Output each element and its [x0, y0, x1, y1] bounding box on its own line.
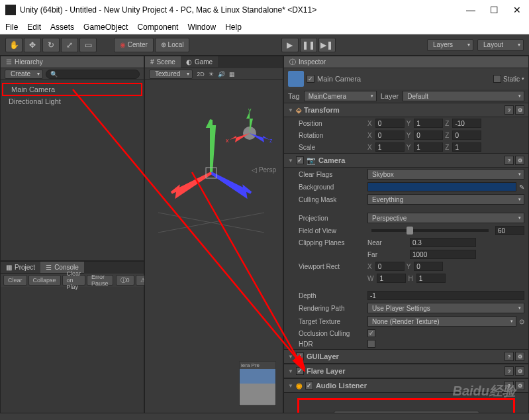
clear-flags-dropdown[interactable]: Skybox [367, 169, 524, 180]
scene-view[interactable]: y z x ◁ Persp iera Pre [145, 80, 283, 413]
guilayer-enable-checkbox[interactable] [296, 352, 304, 360]
guilayer-header[interactable]: ▼GUILayer?⚙ [284, 349, 528, 364]
help-icon[interactable]: ? [505, 105, 514, 115]
pause-button[interactable]: ❚❚ [300, 38, 317, 52]
help-icon[interactable]: ? [505, 366, 514, 376]
projection-dropdown[interactable]: Perspective [367, 213, 524, 223]
audiolistener-enable-checkbox[interactable] [305, 382, 313, 390]
rot-z-field[interactable] [452, 131, 481, 140]
scale-y-field[interactable] [414, 142, 443, 152]
fx-toggle-icon[interactable]: ▦ [229, 71, 235, 78]
scale-z-field[interactable] [452, 142, 481, 152]
project-tab[interactable]: ▦ Project [1, 262, 40, 274]
scale-tool-button[interactable]: ⤢ [61, 38, 78, 52]
background-color-field[interactable] [367, 182, 516, 191]
menu-window[interactable]: Window [187, 23, 216, 32]
shading-dropdown[interactable]: Textured [149, 70, 193, 79]
target-texture-field[interactable]: None (Render Texture) [367, 316, 516, 327]
svg-marker-4 [171, 173, 211, 196]
culling-mask-dropdown[interactable]: Everything [367, 194, 524, 205]
menu-help[interactable]: Help [225, 23, 242, 32]
layout-dropdown[interactable]: Layout [477, 39, 524, 51]
camera-enable-checkbox[interactable] [296, 156, 304, 164]
flarelayer-header[interactable]: ▼Flare Layer?⚙ [284, 364, 528, 378]
rotate-tool-button[interactable]: ↻ [42, 38, 60, 52]
gear-icon[interactable]: ⚙ [515, 352, 524, 361]
rot-x-field[interactable] [375, 131, 405, 140]
rot-y-field[interactable] [414, 131, 443, 140]
console-info-count[interactable]: ⓘ 0 [116, 275, 134, 286]
rect-tool-button[interactable]: ▭ [79, 38, 97, 52]
svg-text:x: x [226, 137, 229, 144]
step-button[interactable]: ▶❚ [318, 38, 336, 52]
layer-dropdown[interactable]: Default [403, 91, 524, 101]
minimize-button[interactable]: — [464, 3, 477, 17]
fov-field[interactable] [495, 226, 524, 235]
menu-gameobject[interactable]: GameObject [83, 23, 128, 32]
transform-header[interactable]: ▼ ⬙ Transform ?⚙ [284, 103, 528, 117]
gear-icon[interactable]: ⚙ [515, 366, 524, 376]
menu-component[interactable]: Component [137, 23, 178, 32]
audio-toggle-icon[interactable]: 🔊 [218, 71, 225, 78]
pivot-center-button[interactable]: ◉ Center [114, 38, 154, 52]
gameobject-name[interactable]: Main Camera [317, 75, 361, 83]
console-clear-button[interactable]: Clear [3, 275, 27, 286]
pos-x-field[interactable] [375, 119, 405, 128]
hand-tool-button[interactable]: ✋ [5, 38, 23, 52]
render-path-dropdown[interactable]: Use Player Settings [367, 303, 524, 313]
near-field[interactable] [410, 238, 476, 247]
hierarchy-item-directional-light[interactable]: Directional Light [1, 96, 144, 107]
tag-label: Tag [288, 92, 300, 100]
tag-dropdown[interactable]: MainCamera [304, 91, 377, 101]
console-error-pause-button[interactable]: Error Pause [87, 275, 113, 286]
gear-icon[interactable]: ⚙ [515, 105, 524, 115]
game-tab[interactable]: ◐ Game [181, 56, 218, 68]
fov-slider[interactable] [371, 229, 489, 232]
help-icon[interactable]: ? [505, 156, 514, 165]
hierarchy-item-main-camera[interactable]: Main Camera [2, 83, 142, 96]
depth-field[interactable] [367, 291, 524, 300]
menu-assets[interactable]: Assets [50, 23, 74, 32]
console-clear-on-play-button[interactable]: Clear on Play [62, 275, 86, 286]
viewport-y-field[interactable] [414, 262, 443, 271]
inspector-tab[interactable]: ⓘ Inspector [284, 56, 528, 68]
console-collapse-button[interactable]: Collapse [28, 275, 61, 286]
add-component-button[interactable]: Add Component [334, 411, 479, 413]
pos-y-field[interactable] [414, 119, 443, 128]
toolbar: ✋ ✥ ↻ ⤢ ▭ ◉ Center ⊕ Local ▶ ❚❚ ▶❚ Layer… [0, 34, 529, 56]
close-button[interactable]: ✕ [510, 3, 524, 17]
gameobject-icon[interactable] [288, 71, 304, 87]
hierarchy-search-input[interactable]: 🔍 [46, 70, 140, 79]
viewport-h-field[interactable] [416, 274, 446, 283]
layers-dropdown[interactable]: Layers [427, 39, 473, 51]
viewport-w-field[interactable] [377, 274, 406, 283]
active-checkbox[interactable] [307, 75, 314, 83]
move-tool-button[interactable]: ✥ [24, 38, 41, 52]
help-icon[interactable]: ? [505, 352, 514, 361]
occlusion-checkbox[interactable] [367, 329, 375, 337]
svg-marker-2 [208, 120, 215, 173]
hdr-checkbox[interactable] [367, 340, 375, 348]
menu-edit[interactable]: Edit [27, 23, 41, 32]
flarelayer-enable-checkbox[interactable] [296, 367, 304, 375]
static-toggle[interactable]: Static▾ [493, 75, 524, 83]
hierarchy-tab[interactable]: ☰Hierarchy [1, 56, 144, 68]
scene-tab[interactable]: # Scene [145, 56, 181, 68]
gear-icon[interactable]: ⚙ [515, 156, 524, 165]
maximize-button[interactable]: ☐ [487, 3, 501, 17]
play-button[interactable]: ▶ [281, 38, 299, 52]
gear-icon[interactable]: ⚙ [515, 381, 524, 390]
far-field[interactable] [410, 250, 476, 259]
create-dropdown[interactable]: Create [5, 70, 43, 79]
orientation-gizmo[interactable]: y z x [223, 107, 276, 160]
viewport-x-field[interactable] [375, 262, 405, 271]
object-picker-icon[interactable]: ⊙ [519, 318, 524, 325]
eyedropper-icon[interactable]: ✎ [519, 184, 524, 191]
camera-header[interactable]: ▼ 📷 Camera ?⚙ [284, 153, 528, 168]
pos-z-field[interactable] [452, 119, 481, 128]
scale-x-field[interactable] [375, 142, 405, 152]
pivot-local-button[interactable]: ⊕ Local [155, 38, 190, 52]
menu-file[interactable]: File [5, 23, 18, 32]
light-toggle-icon[interactable]: ☀ [209, 71, 214, 78]
mode-2d-toggle[interactable]: 2D [197, 71, 205, 78]
